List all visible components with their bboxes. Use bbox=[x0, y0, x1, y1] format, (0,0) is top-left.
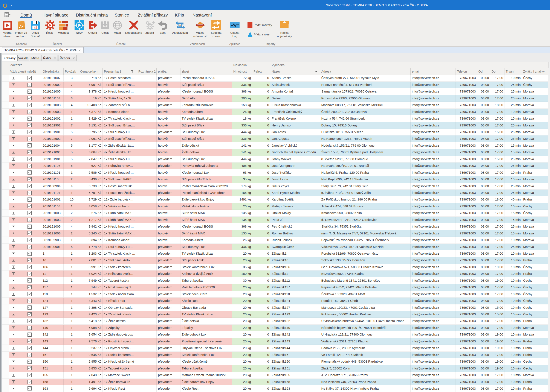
svg-text:.s: .s bbox=[18, 22, 23, 29]
